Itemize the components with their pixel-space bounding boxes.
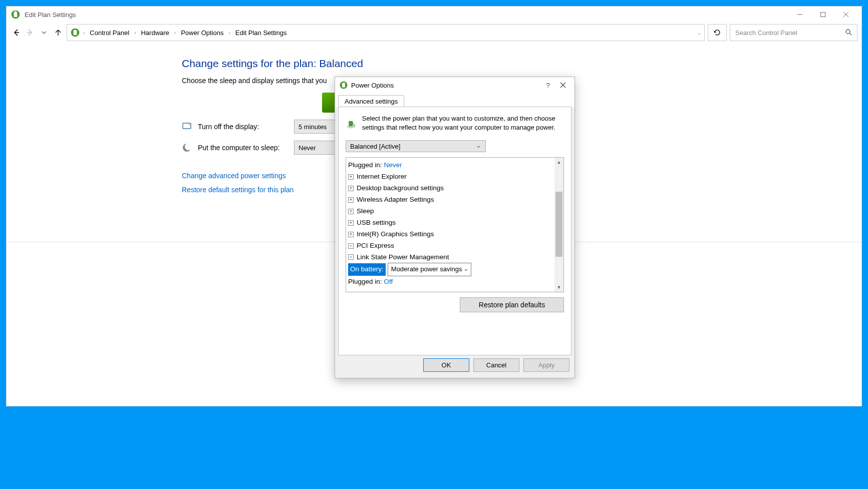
collapse-icon[interactable]: − — [348, 254, 354, 260]
monitor-icon — [182, 122, 192, 132]
minimize-button[interactable] — [788, 7, 811, 22]
recent-dropdown[interactable] — [39, 27, 50, 38]
chevron-right-icon: › — [174, 30, 176, 36]
page-title: Change settings for the plan: Balanced — [182, 58, 841, 70]
dialog-tabbar: Advanced settings — [335, 93, 574, 107]
scroll-up-button[interactable]: ▲ — [554, 158, 563, 167]
display-label: Turn off the display: — [198, 123, 288, 131]
chevron-right-icon: › — [228, 30, 230, 36]
power-plan-icon — [346, 114, 356, 134]
svg-point-11 — [846, 30, 850, 34]
scroll-track[interactable] — [554, 167, 563, 283]
svg-rect-4 — [821, 13, 825, 17]
tree-item[interactable]: −PCI Express — [346, 240, 554, 252]
restore-plan-defaults-button[interactable]: Restore plan defaults — [460, 297, 564, 312]
svg-rect-22 — [349, 121, 353, 126]
expand-icon[interactable]: + — [348, 174, 354, 180]
battery-plug-icon — [339, 81, 348, 90]
dialog-titlebar: Power Options ? — [335, 77, 574, 93]
on-battery-select[interactable]: Moderate power savings — [388, 263, 472, 276]
scroll-down-button[interactable]: ▼ — [554, 283, 563, 292]
tab-advanced-settings[interactable]: Advanced settings — [338, 95, 404, 107]
settings-tree: Plugged in: Never +Internet Explorer +De… — [346, 157, 564, 292]
maximize-button[interactable] — [811, 7, 834, 22]
breadcrumb-item[interactable]: Hardware — [139, 28, 171, 38]
tree-item[interactable]: −Link State Power Management — [346, 252, 554, 263]
back-button[interactable] — [11, 27, 22, 38]
tree-item[interactable]: +Wireless Adapter Settings — [346, 194, 554, 206]
svg-rect-2 — [15, 11, 16, 12]
power-plan-select[interactable]: Balanced [Active] — [346, 140, 486, 152]
tree-item-selected[interactable]: On battery: Moderate power savings — [346, 263, 554, 276]
svg-point-14 — [188, 123, 190, 125]
main-window: Edit Plan Settings — [6, 6, 862, 406]
chevron-down-icon[interactable]: ⌄ — [697, 30, 701, 36]
close-button[interactable] — [834, 7, 857, 22]
refresh-button[interactable] — [708, 24, 727, 41]
svg-rect-18 — [342, 83, 345, 88]
scrollbar[interactable]: ▲ ▼ — [554, 158, 563, 292]
tree-key-selected: On battery: — [348, 263, 386, 276]
tree-item[interactable]: +Sleep — [346, 206, 554, 217]
up-button[interactable] — [53, 27, 64, 38]
expand-icon[interactable]: + — [348, 197, 354, 203]
tree-item[interactable]: Plugged in: Off — [346, 276, 554, 288]
dialog-buttonbar: OK Cancel Apply — [335, 358, 574, 378]
dialog-close-button[interactable] — [555, 78, 570, 92]
svg-point-16 — [185, 143, 192, 150]
ok-button[interactable]: OK — [423, 358, 469, 372]
power-options-dialog: Power Options ? Advanced settings Select… — [335, 77, 575, 378]
breadcrumb-item[interactable]: Edit Plan Settings — [233, 28, 289, 38]
tree-item[interactable]: +USB settings — [346, 217, 554, 229]
breadcrumb-item[interactable]: Control Panel — [88, 28, 131, 38]
expand-icon[interactable]: + — [348, 186, 354, 191]
search-input[interactable]: Search Control Panel — [730, 24, 857, 41]
cancel-button[interactable]: Cancel — [473, 358, 519, 372]
tree-key: Plugged in: — [348, 276, 382, 288]
chevron-right-icon: › — [83, 30, 85, 36]
tree-value[interactable]: Off — [384, 276, 393, 288]
search-icon[interactable] — [845, 29, 852, 37]
titlebar: Edit Plan Settings — [7, 7, 861, 23]
expand-icon[interactable]: + — [348, 209, 354, 214]
toolbar: › Control Panel › Hardware › Power Optio… — [7, 23, 861, 43]
apply-button[interactable]: Apply — [523, 358, 569, 372]
tree-item[interactable]: Plugged in: Never — [346, 160, 554, 171]
moon-icon — [182, 143, 192, 153]
tree-item[interactable]: +Intel(R) Graphics Settings — [346, 229, 554, 240]
expand-icon[interactable]: + — [348, 220, 354, 226]
svg-line-12 — [849, 33, 851, 35]
dialog-body: Select the power plan that you want to c… — [338, 107, 571, 355]
collapse-icon[interactable]: − — [348, 243, 354, 249]
forward-button[interactable] — [25, 27, 36, 38]
dialog-title: Power Options — [351, 82, 394, 89]
dialog-description: Select the power plan that you want to c… — [362, 114, 564, 134]
window-title: Edit Plan Settings — [25, 11, 76, 19]
scroll-thumb[interactable] — [555, 192, 562, 257]
tree-content: Plugged in: Never +Internet Explorer +De… — [346, 158, 554, 292]
svg-rect-1 — [14, 12, 18, 17]
tree-item[interactable]: +Internet Explorer — [346, 171, 554, 183]
search-placeholder: Search Control Panel — [735, 29, 797, 37]
expand-icon[interactable]: + — [348, 232, 354, 237]
help-button[interactable]: ? — [540, 78, 555, 92]
svg-rect-10 — [74, 30, 77, 35]
address-bar[interactable]: › Control Panel › Hardware › Power Optio… — [67, 24, 705, 41]
battery-plug-icon — [70, 28, 80, 38]
battery-plug-icon — [11, 10, 21, 20]
tree-item[interactable]: +Desktop background settings — [346, 183, 554, 194]
tree-value[interactable]: Never — [384, 160, 402, 171]
breadcrumb-item[interactable]: Power Options — [179, 28, 225, 38]
sleep-label: Put the computer to sleep: — [198, 144, 288, 152]
chevron-right-icon: › — [134, 30, 136, 36]
tree-key: Plugged in: — [348, 160, 382, 171]
